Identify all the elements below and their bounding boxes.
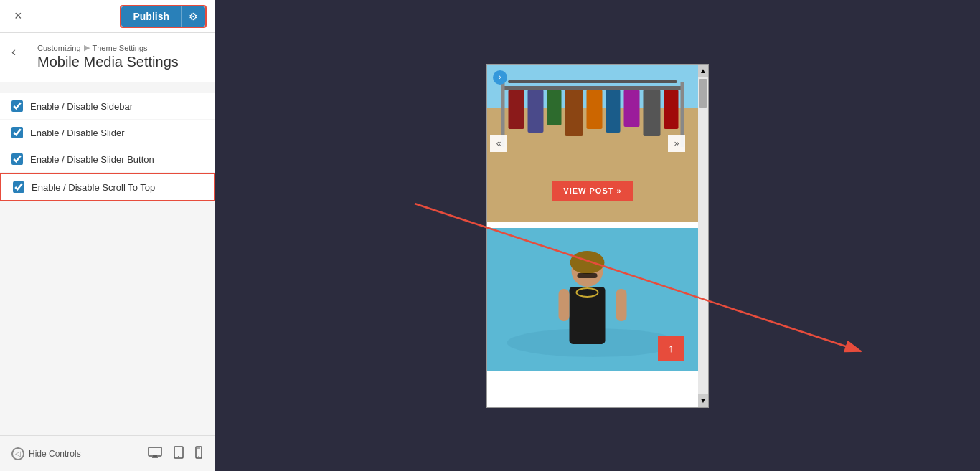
svg-rect-0 — [149, 447, 161, 456]
setting-slider-button-label: Enable / Disable Slider Button — [30, 154, 154, 165]
svg-rect-17 — [565, 90, 583, 136]
breadcrumb-root[interactable]: Customizing — [37, 44, 81, 52]
page-title: Mobile Media Settings — [37, 52, 204, 79]
svg-rect-15 — [528, 90, 544, 133]
breadcrumb-parent[interactable]: Theme Settings — [93, 44, 148, 52]
gear-button[interactable]: ⚙ — [181, 6, 205, 27]
svg-rect-21 — [644, 90, 661, 136]
svg-point-5 — [178, 456, 179, 457]
setting-slider-button: Enable / Disable Slider Button — [0, 146, 215, 172]
checkbox-slider-button[interactable] — [11, 153, 23, 165]
mobile-icon — [195, 446, 202, 459]
svg-rect-20 — [624, 90, 640, 127]
settings-list: Enable / Disable Sidebar Enable / Disabl… — [0, 82, 215, 435]
scroll-to-top-button[interactable]: ↑ — [658, 336, 684, 361]
svg-rect-27 — [578, 273, 598, 278]
setting-scroll-top: Enable / Disable Scroll To Top — [0, 173, 215, 201]
view-post-button[interactable]: VIEW POST » — [552, 181, 633, 201]
sidebar-footer: ◁ Hide Controls — [0, 435, 215, 471]
svg-point-7 — [198, 456, 199, 457]
svg-rect-22 — [664, 90, 679, 129]
desktop-icon — [148, 447, 162, 458]
setting-scroll-top-label: Enable / Disable Scroll To Top — [32, 182, 155, 193]
desktop-view-button[interactable] — [146, 444, 164, 463]
scroll-down-button[interactable]: ▼ — [698, 394, 708, 407]
setting-slider: Enable / Disable Slider — [0, 120, 215, 146]
next-slide-button[interactable]: » — [668, 135, 685, 152]
sidebar-panel: × Publish ⚙ ‹ Customizing ▶ Theme Settin… — [0, 0, 215, 471]
second-section: ↑ — [487, 228, 698, 371]
checkbox-sidebar[interactable] — [11, 100, 23, 112]
scroll-thumb[interactable] — [699, 79, 707, 108]
publish-button[interactable]: Publish — [121, 6, 181, 27]
svg-rect-28 — [570, 287, 606, 344]
svg-rect-18 — [587, 90, 603, 129]
slider-section: › VIEW POST » « » — [487, 65, 698, 222]
tablet-view-button[interactable] — [172, 444, 185, 463]
checkbox-slider[interactable] — [11, 127, 23, 138]
nav-dot: › — [493, 70, 507, 85]
scroll-up-button[interactable]: ▲ — [698, 65, 708, 77]
svg-rect-19 — [606, 90, 621, 133]
setting-sidebar-label: Enable / Disable Sidebar — [30, 101, 133, 112]
hide-controls-label: Hide Controls — [29, 449, 81, 459]
preview-window: ▲ ▼ — [486, 64, 709, 408]
svg-rect-30 — [559, 289, 570, 321]
mobile-view-button[interactable] — [194, 444, 204, 463]
prev-slide-button[interactable]: « — [490, 135, 507, 152]
hide-controls-icon: ◁ — [11, 447, 24, 460]
close-button[interactable]: × — [9, 6, 28, 27]
setting-sidebar: Enable / Disable Sidebar — [0, 93, 215, 119]
setting-slider-label: Enable / Disable Slider — [30, 128, 125, 138]
svg-rect-16 — [547, 90, 562, 125]
svg-rect-11 — [501, 86, 684, 90]
view-icons — [146, 444, 204, 463]
publish-area: Publish ⚙ — [120, 5, 207, 28]
breadcrumb: Customizing ▶ Theme Settings — [37, 43, 204, 52]
svg-rect-14 — [509, 90, 524, 129]
breadcrumb-area: Customizing ▶ Theme Settings Mobile Medi… — [0, 33, 215, 82]
hide-controls-button[interactable]: ◁ Hide Controls — [11, 447, 81, 460]
breadcrumb-separator: ▶ — [84, 43, 90, 52]
checkbox-scroll-top[interactable] — [13, 181, 24, 193]
svg-rect-31 — [616, 289, 627, 321]
tablet-icon — [174, 446, 184, 459]
svg-point-26 — [570, 251, 605, 274]
sidebar-header: × Publish ⚙ — [0, 0, 215, 33]
back-button[interactable]: ‹ — [6, 40, 22, 64]
scrollbar[interactable]: ▲ ▼ — [698, 65, 708, 407]
main-content: ▲ ▼ — [215, 0, 980, 471]
preview-content: › VIEW POST » « » — [487, 65, 698, 407]
